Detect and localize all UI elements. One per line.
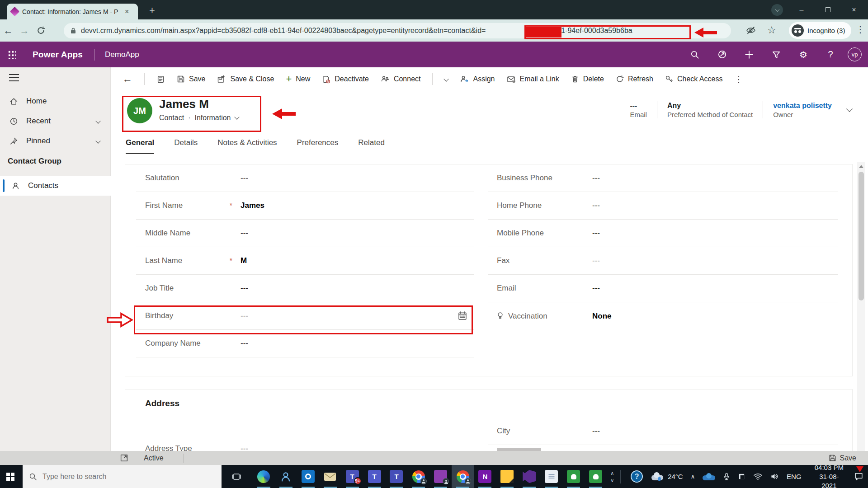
window-close-button[interactable]: ×	[844, 0, 864, 19]
taskbar-mail-icon[interactable]	[319, 465, 341, 488]
field-business-phone[interactable]: Business Phone ---	[488, 164, 838, 192]
back-button[interactable]: ←	[123, 73, 132, 85]
field-value[interactable]: ---	[592, 427, 600, 436]
taskbar-onenote-icon[interactable]: N	[474, 465, 496, 488]
microphone-icon[interactable]	[723, 472, 730, 481]
tab-details[interactable]: Details	[174, 138, 198, 153]
field-home-phone[interactable]: Home Phone ---	[488, 192, 838, 220]
browser-tab[interactable]: Contact: Information: James M - P ×	[7, 4, 138, 19]
start-button-icon[interactable]	[6, 473, 14, 480]
task-view-icon[interactable]	[231, 472, 241, 481]
sidebar-item-home[interactable]: Home	[0, 91, 111, 111]
taskbar-teams-chat-icon[interactable]: T9+	[341, 465, 363, 488]
tray-hidden-icons-chevron[interactable]: ∧	[691, 473, 695, 480]
taskbar-scroll-arrows[interactable]: ∧∨	[610, 471, 614, 482]
field-value[interactable]: James	[241, 201, 264, 210]
tab-general[interactable]: General	[126, 138, 154, 154]
email-link-button[interactable]: Email a Link	[507, 75, 559, 83]
field-value[interactable]: ---	[592, 229, 600, 238]
taskbar-people-icon[interactable]	[275, 465, 297, 488]
hamburger-menu-icon[interactable]	[9, 74, 19, 81]
connect-overflow-chevron-icon[interactable]	[444, 76, 449, 81]
taskbar-search[interactable]	[23, 465, 222, 488]
owner-link[interactable]: venkata polisetty	[773, 102, 832, 110]
save-and-close-button[interactable]: Save & Close	[217, 75, 274, 84]
field-value[interactable]: M	[241, 256, 247, 265]
field-value[interactable]: ---	[241, 444, 248, 451]
wifi-icon[interactable]	[753, 473, 763, 480]
tab-close-icon[interactable]: ×	[125, 8, 129, 15]
browser-reload-button[interactable]	[33, 26, 49, 35]
window-restore-button[interactable]	[817, 0, 838, 19]
offline-status-icon[interactable]	[712, 45, 732, 65]
taskbar-search-input[interactable]	[42, 473, 205, 481]
field-value[interactable]: None	[592, 312, 612, 321]
deactivate-button[interactable]: Deactivate	[322, 75, 369, 84]
window-tray-icon[interactable]	[738, 473, 745, 480]
sidebar-item-contacts[interactable]: Contacts	[0, 176, 111, 196]
filter-icon[interactable]	[766, 45, 786, 65]
tab-search-button[interactable]	[771, 4, 783, 16]
new-button[interactable]: + New	[286, 75, 310, 84]
taskbar-teams-icon[interactable]: T	[363, 465, 386, 488]
delete-button[interactable]: Delete	[571, 75, 604, 83]
form-selector-icon[interactable]	[156, 75, 165, 84]
new-tab-button[interactable]: +	[149, 5, 155, 15]
chevron-down-icon[interactable]	[95, 118, 100, 123]
field-value[interactable]: ---	[241, 339, 248, 348]
incognito-badge[interactable]: Incognito (3)	[789, 22, 851, 39]
browser-menu-icon[interactable]: ⋮	[856, 24, 865, 35]
tray-weather[interactable]: 24°C	[651, 472, 683, 481]
save-button[interactable]: Save	[177, 75, 205, 83]
speaker-icon[interactable]	[770, 473, 779, 480]
field-city[interactable]: City ---	[488, 418, 838, 445]
help-icon[interactable]: ?	[821, 45, 840, 65]
tab-preferences[interactable]: Preferences	[297, 138, 339, 153]
field-fax[interactable]: Fax ---	[488, 247, 838, 275]
field-value[interactable]: ---	[592, 284, 600, 293]
sidebar-item-pinned[interactable]: Pinned	[0, 131, 111, 151]
more-commands-icon[interactable]: ⋮	[734, 74, 743, 84]
taskbar-sticky-notes-icon[interactable]	[496, 465, 518, 488]
taskbar-app-profile-icon[interactable]	[429, 465, 452, 488]
check-access-button[interactable]: Check Access	[665, 75, 722, 83]
tab-related[interactable]: Related	[358, 138, 385, 153]
field-mobile-phone[interactable]: Mobile Phone ---	[488, 220, 838, 247]
tray-help-icon[interactable]: ?	[631, 470, 643, 483]
action-center-icon[interactable]	[854, 472, 863, 481]
field-value[interactable]: ---	[592, 174, 600, 183]
taskbar-edge-icon[interactable]	[253, 465, 275, 488]
field-value[interactable]: ---	[592, 201, 600, 210]
connect-button[interactable]: Connect	[381, 75, 421, 83]
sidebar-item-recent[interactable]: Recent	[0, 111, 111, 131]
field-salutation[interactable]: Salutation ---	[136, 164, 474, 192]
field-address-type[interactable]: Address Type ---	[136, 435, 474, 451]
taskbar-visual-studio-icon[interactable]	[518, 465, 540, 488]
eye-off-icon[interactable]	[746, 26, 756, 35]
field-vaccination[interactable]: Vaccination None	[488, 302, 838, 330]
assign-button[interactable]: Assign	[460, 75, 495, 83]
taskbar-screen-share2-icon[interactable]	[585, 465, 607, 488]
field-value[interactable]: ---	[241, 229, 248, 238]
field-job-title[interactable]: Job Title ---	[136, 275, 474, 302]
field-last-name[interactable]: Last Name* M	[136, 247, 474, 275]
field-email[interactable]: Email ---	[488, 275, 838, 302]
product-name[interactable]: Power Apps	[33, 50, 83, 60]
browser-forward-button[interactable]: →	[16, 25, 33, 36]
field-first-name[interactable]: First Name* James	[136, 192, 474, 220]
refresh-button[interactable]: Refresh	[616, 75, 653, 83]
quick-create-plus-icon[interactable]	[739, 45, 759, 65]
header-expand-chevron-icon[interactable]	[846, 106, 853, 112]
app-name[interactable]: DemoApp	[105, 50, 139, 59]
tab-notes-activities[interactable]: Notes & Activities	[217, 138, 277, 153]
taskbar-outlook-icon[interactable]	[297, 465, 319, 488]
field-value[interactable]: ---	[241, 174, 248, 183]
taskbar-chrome-icon[interactable]	[407, 465, 429, 488]
expand-form-icon[interactable]	[120, 454, 128, 462]
bookmark-star-icon[interactable]: ☆	[767, 24, 776, 36]
window-minimize-button[interactable]: –	[791, 0, 812, 19]
tray-clock[interactable]: 04:03 PM 31-08-2021	[812, 463, 847, 488]
settings-gear-icon[interactable]: ⚙	[793, 45, 813, 65]
taskbar-teams2-icon[interactable]: T	[385, 465, 407, 488]
status-save-button[interactable]: Save	[829, 454, 856, 462]
